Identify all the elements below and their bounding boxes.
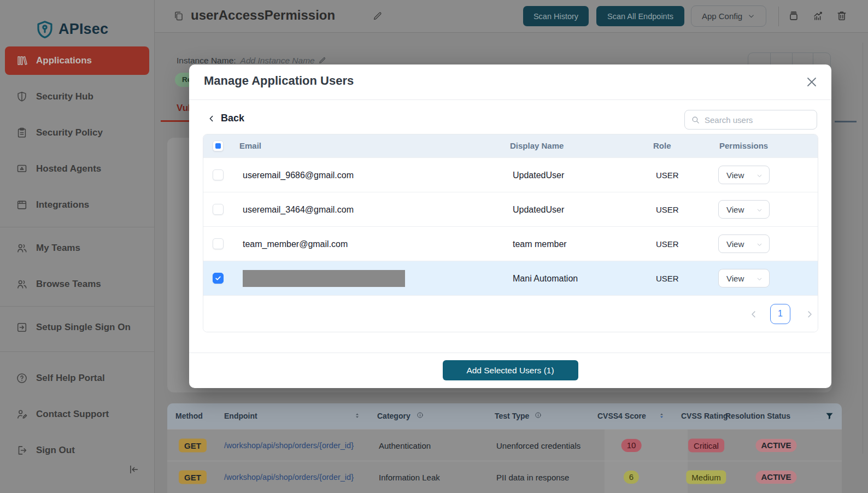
user-email: team_member@gmail.com — [243, 227, 348, 261]
sidebar-item-browse-teams[interactable]: Browse Teams — [5, 270, 149, 298]
scan-history-button[interactable]: Scan History — [523, 6, 589, 26]
user-display-name: UpdatedUser — [513, 192, 564, 227]
background-divider-vertical — [863, 43, 863, 454]
sidebar-item-security-hub[interactable]: Security Hub — [5, 83, 149, 111]
endpoint-link[interactable]: /workshop/api/shop/orders/{order_id} — [224, 441, 354, 450]
analytics-icon — [812, 10, 824, 22]
col-resolution-status: Resolution Status — [725, 412, 790, 420]
pagination-prev-icon[interactable] — [749, 309, 759, 319]
col-category: Category — [377, 412, 410, 420]
endpoint-link[interactable]: /workshop/api/shop/orders/{order_id} — [224, 473, 354, 482]
permissions-select[interactable]: View — [718, 166, 770, 184]
edit-instance-icon[interactable] — [318, 56, 326, 64]
user-email: useremail_3464@gmail.com — [243, 192, 354, 227]
user-display-name: team member — [513, 227, 567, 261]
permissions-value: View — [726, 239, 744, 249]
sidebar-nav: ApplicationsSecurity HubSecurity PolicyH… — [0, 46, 154, 465]
pagination-next-icon[interactable] — [805, 309, 814, 319]
category-cell: Authentication — [379, 441, 431, 450]
vuln-row: GET/workshop/api/shop/orders/{order_id}I… — [167, 461, 842, 492]
row-checkbox[interactable] — [213, 238, 224, 249]
category-cell: Information Leak — [379, 472, 440, 482]
sidebar-item-label: Sign Out — [36, 445, 75, 456]
user-row: team_member@gmail.comteam memberUSERView — [203, 226, 818, 261]
chevron-down-icon — [747, 12, 755, 20]
trash-button[interactable] — [835, 10, 848, 23]
sidebar-item-label: Applications — [36, 55, 92, 66]
add-selected-users-button[interactable]: Add Selected Users (1) — [443, 360, 578, 380]
sidebar-item-label: Contact Support — [36, 409, 109, 420]
sidebar: APIsec ApplicationsSecurity HubSecurity … — [0, 0, 155, 493]
topbar: userAccessPermission Scan History Scan A… — [155, 0, 868, 33]
vuln-row: GET/workshop/api/shop/orders/{order_id}A… — [167, 429, 842, 461]
monitor-icon — [16, 163, 28, 175]
sidebar-item-contact-support[interactable]: Contact Support — [5, 400, 149, 429]
sidebar-item-my-teams[interactable]: My Teams — [5, 234, 149, 262]
method-badge: GET — [179, 470, 207, 484]
app-config-dropdown[interactable]: App Config — [691, 5, 766, 27]
user-table: Email Display Name Role Permissions user… — [203, 134, 818, 332]
back-label: Back — [221, 113, 244, 124]
sidebar-item-security-policy[interactable]: Security Policy — [5, 119, 149, 147]
sidebar-item-self-help-portal[interactable]: Self Help Portal — [5, 364, 149, 392]
modal-header-divider — [189, 99, 831, 100]
row-checkbox[interactable] — [213, 169, 224, 180]
topbar-icon-buttons — [787, 10, 859, 23]
permissions-select[interactable]: View — [718, 200, 770, 219]
pagination-page-1[interactable]: 1 — [770, 304, 790, 324]
user-email: useremail_9686@gmail.com — [243, 158, 354, 192]
user-role: USER — [656, 261, 679, 296]
search-input[interactable] — [705, 110, 814, 129]
window-icon — [16, 199, 28, 211]
archive-button[interactable] — [787, 10, 800, 23]
sidebar-item-label: Setup Single Sign On — [36, 322, 131, 333]
close-icon[interactable] — [805, 75, 818, 89]
permissions-select[interactable]: View — [718, 234, 770, 253]
topbar-divider — [778, 7, 779, 26]
sort-cvss4-score-icon[interactable] — [658, 412, 666, 420]
filter-funnel-icon[interactable] — [825, 412, 834, 421]
sidebar-item-label: Integrations — [36, 199, 89, 210]
sidebar-item-applications[interactable]: Applications — [5, 46, 149, 75]
sign-out-icon — [16, 444, 28, 456]
user-role: USER — [656, 158, 679, 192]
permissions-select[interactable]: View — [718, 269, 770, 287]
col-email: Email — [239, 141, 261, 150]
shield-icon — [16, 91, 28, 103]
edit-title-icon[interactable] — [372, 11, 383, 21]
back-button[interactable]: Back — [207, 113, 244, 124]
col-endpoint: Endpoint — [224, 412, 257, 420]
sidebar-item-label: Security Hub — [36, 91, 93, 102]
sidebar-item-hosted-agents[interactable]: Hosted Agents — [5, 155, 149, 183]
sidebar-collapse-button[interactable] — [127, 463, 140, 477]
analytics-button[interactable] — [811, 10, 824, 23]
instance-name-placeholder: Add Instance Name — [241, 56, 315, 65]
permissions-value: View — [726, 274, 744, 283]
archive-icon — [788, 10, 800, 22]
sidebar-item-sign-out[interactable]: Sign Out — [5, 436, 149, 465]
user-modal: Manage Application Users Back Email Disp… — [189, 64, 831, 388]
cvss-score-badge: 10 — [621, 439, 642, 452]
sidebar-item-label: Self Help Portal — [36, 373, 105, 384]
modal-title: Manage Application Users — [204, 74, 354, 88]
user-role: USER — [656, 192, 679, 227]
row-checkbox[interactable] — [213, 204, 224, 215]
app-logo-text: APIsec — [58, 21, 108, 38]
test-type-cell: PII data in response — [496, 472, 569, 482]
sidebar-item-integrations[interactable]: Integrations — [5, 191, 149, 219]
cvss-rating-badge: Medium — [686, 470, 726, 484]
scan-all-endpoints-button[interactable]: Scan All Endpoints — [596, 6, 684, 26]
sidebar-item-setup-single-sign-on[interactable]: Setup Single Sign On — [5, 313, 149, 342]
chevron-down-icon — [756, 275, 763, 282]
row-checkbox[interactable] — [213, 273, 224, 284]
select-all-checkbox[interactable] — [213, 140, 224, 151]
sort-endpoint-icon[interactable] — [353, 412, 361, 420]
copy-title-icon[interactable] — [173, 10, 184, 22]
redacted-email — [243, 270, 405, 287]
category-info-icon[interactable] — [417, 412, 424, 419]
person-edit-icon — [16, 408, 28, 420]
app-screen: APIsec ApplicationsSecurity HubSecurity … — [0, 0, 868, 493]
page-title: userAccessPermission — [191, 8, 335, 23]
col-permissions: Permissions — [719, 141, 768, 150]
test-type-info-icon[interactable] — [535, 412, 542, 419]
